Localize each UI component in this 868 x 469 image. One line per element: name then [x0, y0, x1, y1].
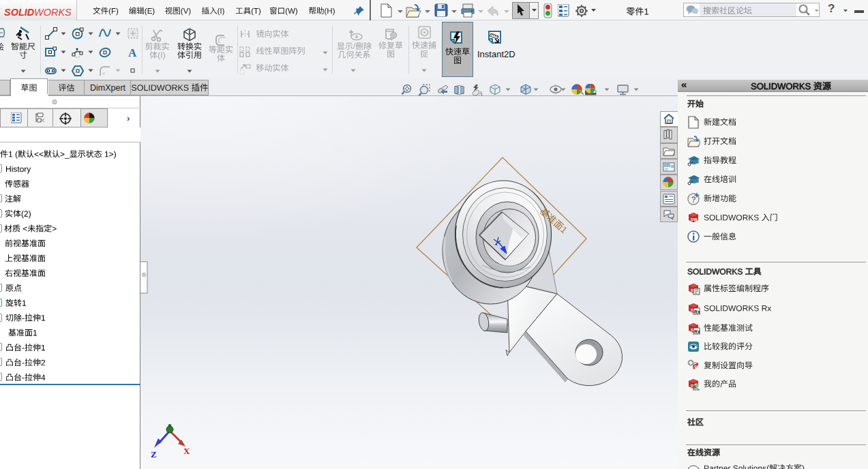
svg-text:WORKS: WORKS: [34, 7, 72, 18]
svg-text:Rx: Rx: [694, 329, 700, 334]
svg-text:SW: SW: [694, 365, 700, 369]
svg-text:Z: Z: [151, 449, 157, 459]
svg-text:A: A: [478, 90, 483, 96]
svg-text:Rx: Rx: [694, 309, 700, 314]
svg-text:A: A: [128, 46, 137, 59]
svg-text:X: X: [183, 446, 190, 456]
svg-text:SOLID: SOLID: [4, 7, 35, 18]
svg-text:?: ?: [691, 195, 696, 205]
svg-text:SW: SW: [691, 217, 698, 222]
